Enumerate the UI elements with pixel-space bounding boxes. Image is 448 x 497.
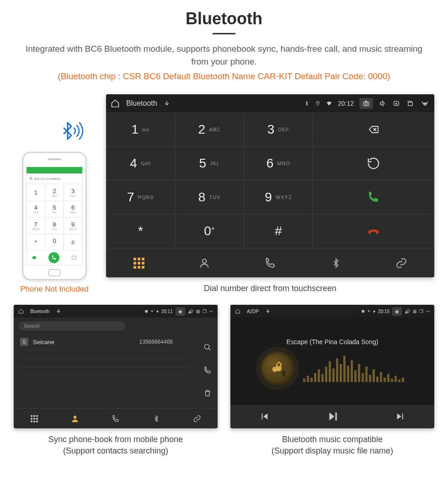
dial-key-2[interactable]: 2ABC: [175, 113, 244, 146]
wifi-icon: [326, 100, 332, 107]
nav-link[interactable]: [368, 248, 434, 277]
dialer-topbar: Bluetooth 20:12: [106, 94, 434, 113]
back-icon[interactable]: ⤺: [209, 309, 213, 314]
location-icon: ⌖: [368, 308, 370, 314]
phone-key: 5JKL: [45, 201, 64, 217]
dial-key-9[interactable]: 9WXYZ: [244, 180, 313, 214]
recent-apps-icon[interactable]: [406, 100, 414, 107]
status-time: 20:11: [161, 309, 173, 314]
music-device: A2DP ✱ ⌖ ▾ 20:15 ◉ 🔊 ⊠ ❐ ⤺: [230, 305, 434, 428]
back-icon[interactable]: ⤺: [426, 309, 430, 314]
nav-bluetooth[interactable]: [136, 409, 177, 428]
usb-icon: [164, 100, 170, 107]
nav-contacts[interactable]: [54, 409, 95, 428]
search-input[interactable]: Search: [18, 321, 125, 330]
redial-button[interactable]: [313, 146, 434, 180]
dialer-device: Bluetooth 20:12: [106, 94, 434, 277]
nav-link[interactable]: [177, 409, 218, 428]
home-icon[interactable]: [235, 308, 240, 314]
dial-key-0[interactable]: 0+: [175, 214, 244, 248]
phone-key: 4GHI: [27, 201, 45, 217]
next-button[interactable]: [389, 409, 412, 426]
contact-number: 13566664466: [139, 339, 173, 345]
contact-row[interactable]: S Seicane 13566664466: [18, 334, 193, 350]
person-icon: [198, 257, 210, 269]
phone-icon: [264, 257, 276, 269]
status-time: 20:15: [378, 309, 389, 314]
dialer-bottom-nav: [106, 248, 434, 277]
nav-contacts[interactable]: [172, 248, 238, 277]
dial-key-*[interactable]: *: [106, 214, 175, 248]
phonebook-bottom-nav: [14, 408, 218, 428]
bluetooth-signal-icon: [14, 120, 95, 152]
dial-key-3[interactable]: 3DEF: [244, 113, 313, 146]
nav-calls[interactable]: [95, 409, 136, 428]
recent-apps-icon[interactable]: ❐: [203, 309, 207, 314]
svg-point-5: [203, 259, 207, 263]
bluetooth-status-icon: ✱: [144, 309, 148, 314]
nav-bluetooth[interactable]: [303, 248, 369, 277]
side-search-icon[interactable]: [203, 343, 212, 353]
add-contacts-label: Add to Contacts: [34, 177, 60, 181]
person-icon: [70, 414, 80, 423]
location-icon: ⌖: [151, 308, 154, 314]
dial-key-6[interactable]: 6MNO: [244, 146, 313, 180]
equalizer-visual: [303, 355, 404, 382]
album-art-icon: [261, 352, 294, 385]
phone-key: #: [64, 234, 82, 250]
phone-key: 0+: [45, 234, 64, 250]
bluetooth-icon: [331, 257, 341, 269]
back-icon[interactable]: [420, 100, 430, 107]
backspace-button[interactable]: [313, 113, 434, 146]
contact-name: Seicane: [33, 339, 54, 346]
nav-keypad[interactable]: [14, 409, 54, 428]
close-app-icon[interactable]: [392, 100, 400, 107]
description-text: Integrated with BC6 Bluetooth module, su…: [14, 43, 434, 68]
dial-key-5[interactable]: 5JKL: [175, 146, 244, 180]
camera-icon[interactable]: ◉: [392, 307, 402, 316]
link-icon: [395, 257, 408, 269]
prev-button[interactable]: [253, 409, 276, 426]
dial-key-#[interactable]: #: [244, 214, 313, 248]
side-delete-icon[interactable]: [203, 389, 212, 399]
dial-key-8[interactable]: 8TUV: [175, 180, 244, 214]
side-call-icon[interactable]: [203, 366, 212, 376]
contact-avatar-badge: S: [20, 338, 28, 346]
svg-point-7: [73, 416, 76, 419]
hangup-button[interactable]: [313, 214, 434, 248]
volume-icon[interactable]: 🔊: [188, 309, 193, 314]
wifi-icon: ▾: [373, 309, 375, 314]
phone-key: 6MNO: [64, 201, 82, 217]
volume-icon[interactable]: 🔊: [405, 309, 410, 314]
call-button[interactable]: [313, 180, 434, 214]
status-time: 20:12: [338, 100, 354, 107]
phone-caption: Phone Not Included: [20, 285, 88, 294]
phone-key: 9WXYZ: [64, 217, 82, 234]
recent-apps-icon[interactable]: ❐: [419, 309, 423, 314]
nav-keypad[interactable]: [106, 248, 172, 277]
wifi-icon: ▾: [156, 309, 159, 314]
home-icon[interactable]: [18, 308, 24, 314]
play-pause-button[interactable]: [320, 408, 345, 427]
dial-key-7[interactable]: 7PQRS: [106, 180, 175, 214]
dial-key-1[interactable]: 1ᴏᴏ: [106, 113, 175, 146]
camera-icon[interactable]: ◉: [176, 307, 185, 316]
dial-key-4[interactable]: 4GHI: [106, 146, 175, 180]
phone-key: 2ABC: [45, 184, 64, 200]
dialer-caption: Dial number direct from touchscreen: [106, 283, 434, 294]
phone-key: 8TUV: [45, 217, 64, 234]
close-app-icon[interactable]: ⊠: [413, 309, 416, 314]
plus-icon: +: [29, 175, 32, 182]
usb-icon: [56, 308, 61, 314]
svg-rect-4: [408, 102, 412, 105]
topbar-title: Bluetooth: [30, 309, 49, 314]
nav-calls[interactable]: [237, 248, 303, 277]
topbar-title: Bluetooth: [126, 99, 157, 108]
volume-icon[interactable]: [379, 100, 387, 107]
bluetooth-status-icon: ✱: [361, 309, 365, 314]
phone-key: 1: [27, 184, 45, 200]
home-icon[interactable]: [111, 99, 120, 108]
close-app-icon[interactable]: ⊠: [196, 309, 200, 314]
camera-icon[interactable]: [359, 98, 373, 109]
bluetooth-status-icon: [304, 100, 309, 107]
